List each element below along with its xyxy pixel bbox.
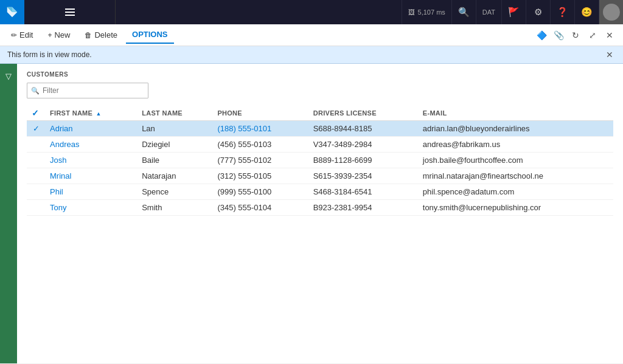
check-icon: ✓ — [32, 108, 39, 118]
drivers-license-cell: B923-2381-9954 — [308, 200, 418, 216]
sidebar-filter-icon[interactable]: ▽ — [1, 69, 16, 83]
last-name-cell: Lan — [137, 121, 212, 137]
hamburger-icon — [65, 9, 75, 16]
content-area: CUSTOMERS 🔍 ✓ FIRST NAME ▲ LAST NAME PHO… — [17, 64, 623, 363]
top-bar-right-actions: 🖼 5,107 ms 🔍 DAT 🚩 ⚙ ❓ 😊 — [402, 0, 623, 24]
last-name-column-header[interactable]: LAST NAME — [137, 106, 212, 121]
user-avatar[interactable] — [599, 0, 623, 24]
sort-arrow-icon: ▲ — [96, 111, 102, 117]
top-navigation-bar: 🖼 5,107 ms 🔍 DAT 🚩 ⚙ ❓ 😊 — [0, 0, 623, 24]
performance-icon: 🖼 — [408, 9, 415, 16]
first-name-cell[interactable]: Mrinal — [45, 168, 137, 184]
info-message: This form is in view mode. — [7, 50, 92, 59]
close-button[interactable]: ✕ — [601, 27, 618, 44]
expand-icon[interactable]: ⤢ — [584, 27, 601, 44]
email-column-header[interactable]: E-MAIL — [418, 106, 613, 121]
drivers-license-cell: B889-1128-6699 — [308, 153, 418, 168]
drivers-license-cell: S688-8944-8185 — [308, 121, 418, 137]
phone-cell: (456) 555-0103 — [212, 137, 308, 153]
email-cell: phil.spence@adatum.com — [418, 184, 613, 200]
customers-table: ✓ FIRST NAME ▲ LAST NAME PHONE DRIVERS L… — [27, 106, 613, 216]
first-name-cell[interactable]: Josh — [45, 153, 137, 168]
new-button[interactable]: + New — [41, 27, 76, 44]
table-header: ✓ FIRST NAME ▲ LAST NAME PHONE DRIVERS L… — [27, 106, 613, 121]
attachment-icon[interactable]: 📎 — [550, 27, 567, 44]
performance-ms: 5,107 ms — [418, 9, 445, 16]
last-name-cell: Dziegiel — [137, 137, 212, 153]
first-name-cell[interactable]: Phil — [45, 184, 137, 200]
drivers-license-cell: S468-3184-6541 — [308, 184, 418, 200]
row-checkbox[interactable] — [27, 137, 45, 153]
info-close-button[interactable]: ✕ — [604, 50, 616, 60]
phone-cell: (345) 555-0104 — [212, 200, 308, 216]
flag-button[interactable]: 🚩 — [501, 0, 526, 24]
plus-icon: + — [47, 31, 52, 39]
table-row[interactable]: PhilSpence(999) 555-0100S468-3184-6541ph… — [27, 184, 613, 200]
selected-check-icon: ✓ — [33, 124, 40, 133]
filter-box: 🔍 — [27, 83, 148, 98]
phone-cell: (312) 555-0105 — [212, 168, 308, 184]
filter-input[interactable] — [43, 86, 144, 95]
drivers-license-cell: V347-3489-2984 — [308, 137, 418, 153]
row-checkbox[interactable]: ✓ — [27, 121, 45, 137]
email-cell: adrian.lan@blueyonderairlines — [418, 121, 613, 137]
performance-indicator: 🖼 5,107 ms — [402, 0, 451, 24]
action-toolbar: ✏ Edit + New 🗑 Delete OPTIONS 🔷 📎 ↻ ⤢ ✕ — [0, 24, 623, 46]
settings-button[interactable]: ⚙ — [526, 0, 550, 24]
table-row[interactable]: ✓AdrianLan(188) 555-0101S688-8944-8185ad… — [27, 121, 613, 137]
phone-cell: (188) 555-0101 — [212, 121, 308, 137]
app-logo[interactable] — [0, 0, 24, 24]
table-row[interactable]: AndreasDziegiel(456) 555-0103V347-3489-2… — [27, 137, 613, 153]
left-sidebar: ▽ — [0, 64, 17, 363]
main-layout: ▽ CUSTOMERS 🔍 ✓ FIRST NAME ▲ LAST NAME P… — [0, 64, 623, 363]
emoji-button[interactable]: 😊 — [574, 0, 599, 24]
hamburger-menu-button[interactable] — [24, 0, 116, 24]
section-title: CUSTOMERS — [27, 71, 613, 78]
first-name-cell[interactable]: Adrian — [45, 121, 137, 137]
email-cell: andreas@fabrikam.us — [418, 137, 613, 153]
last-name-cell: Spence — [137, 184, 212, 200]
drivers-license-column-header[interactable]: DRIVERS LICENSE — [308, 106, 418, 121]
info-bar: This form is in view mode. ✕ — [0, 46, 623, 64]
phone-cell: (777) 555-0102 — [212, 153, 308, 168]
row-checkbox[interactable] — [27, 184, 45, 200]
edit-icon: ✏ — [11, 31, 17, 39]
table-row[interactable]: MrinalNatarajan(312) 555-0105S615-3939-2… — [27, 168, 613, 184]
row-checkbox[interactable] — [27, 200, 45, 216]
table-body: ✓AdrianLan(188) 555-0101S688-8944-8185ad… — [27, 121, 613, 216]
first-name-cell[interactable]: Andreas — [45, 137, 137, 153]
dat-label: DAT — [476, 0, 501, 24]
email-cell: tony.smith@lucernepublishing.cor — [418, 200, 613, 216]
options-button[interactable]: OPTIONS — [126, 27, 174, 44]
outlook-icon[interactable]: 🔷 — [533, 27, 550, 44]
phone-cell: (999) 555-0100 — [212, 184, 308, 200]
row-checkbox[interactable] — [27, 153, 45, 168]
delete-button[interactable]: 🗑 Delete — [78, 27, 124, 44]
row-checkbox[interactable] — [27, 168, 45, 184]
last-name-cell: Baile — [137, 153, 212, 168]
last-name-cell: Smith — [137, 200, 212, 216]
edit-button[interactable]: ✏ Edit — [5, 27, 39, 44]
phone-column-header[interactable]: PHONE — [212, 106, 308, 121]
action-bar-right: 🔷 📎 ↻ ⤢ ✕ — [533, 27, 618, 44]
refresh-icon[interactable]: ↻ — [567, 27, 584, 44]
email-cell: josh.baile@fourthcoffee.com — [418, 153, 613, 168]
help-button[interactable]: ❓ — [550, 0, 574, 24]
last-name-cell: Natarajan — [137, 168, 212, 184]
table-row[interactable]: TonySmith(345) 555-0104B923-2381-9954ton… — [27, 200, 613, 216]
filter-search-icon: 🔍 — [31, 87, 40, 95]
checkbox-column-header: ✓ — [27, 106, 45, 121]
avatar-image — [603, 4, 620, 21]
search-button[interactable]: 🔍 — [451, 0, 476, 24]
first-name-column-header[interactable]: FIRST NAME ▲ — [45, 106, 137, 121]
trash-icon: 🗑 — [85, 31, 92, 39]
first-name-cell[interactable]: Tony — [45, 200, 137, 216]
drivers-license-cell: S615-3939-2354 — [308, 168, 418, 184]
table-row[interactable]: JoshBaile(777) 555-0102B889-1128-6699jos… — [27, 153, 613, 168]
email-cell: mrinal.natarajan@fineartschool.ne — [418, 168, 613, 184]
